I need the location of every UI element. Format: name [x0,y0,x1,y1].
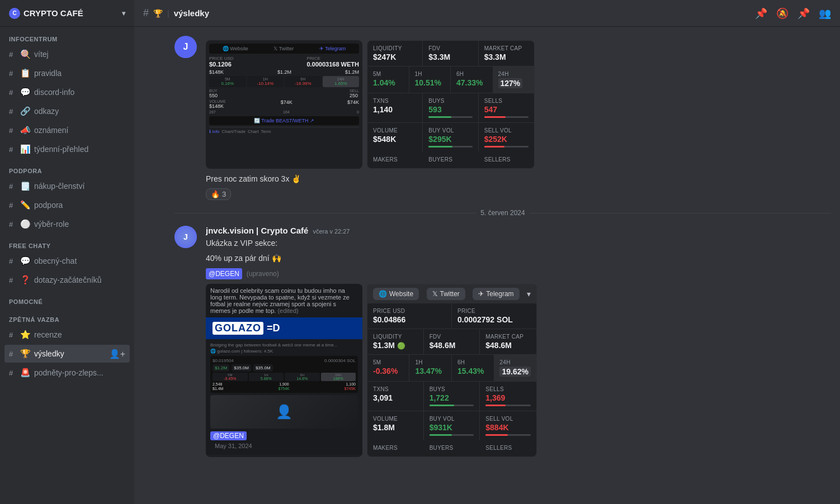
hash-icon: # [9,201,17,210]
twitter-tab[interactable]: 𝕏 Twitter [427,288,465,300]
golazo-sells: SELLS 1,369 [480,382,536,411]
sidebar-item-podpora[interactable]: # ✏️ podpora [4,196,130,214]
sidebar-item-vyber-role[interactable]: # ⚪ výběr-role [4,215,130,233]
message-header-golazo: jnvck.vision | Crypto Café včera v 22:27 [206,226,831,235]
avatar: J [174,36,197,58]
golazo-liquidity-cell: LIQUIDITY $1.3M 🟢 [367,329,424,355]
golazo-stats-card: 🌐 Website 𝕏 Twitter ✈ Telegram [367,284,537,457]
golazo-screenshot-card: Narodil od celebrity scam coinu tu budou… [206,284,362,457]
telegram-tab[interactable]: ✈ Telegram [473,288,519,300]
golazo-sellers-footer: SELLERS [480,443,536,454]
card-row-golazo: Narodil od celebrity scam coinu tu budou… [206,284,831,457]
message-content: J 🌐 Website 𝕏 Twitter ✈ Telegram [134,27,840,504]
sidebar-item-vitej[interactable]: # 🍭 vítej [4,45,130,63]
hash-icon: # [9,126,17,135]
golazo-buy-vol: BUY VOL $931K [424,411,480,440]
buyers-footer: BUYERS [423,154,478,166]
msg-text-40pct: 40% up za pár dní 🙌 [206,253,831,264]
topbar: # 🏆 | výsledky 📌 🔕 📌 👥 [134,0,840,27]
sidebar-item-vysledky[interactable]: # 🏆 výsledky 👤+ [4,345,130,363]
website-tab[interactable]: 🌐 Website [373,288,419,300]
golazo-6h: 6H 15.43% [452,355,494,382]
topbar-channel-name: výsledky [174,8,209,18]
golazo-equals: =D [267,322,280,334]
golazo-5m: 5M -0.36% [367,355,409,382]
sidebar-item-discord-info[interactable]: # 💬 discord-info [4,83,130,101]
sidebar-item-odkazy[interactable]: # 🔗 odkazy [4,102,130,120]
golazo-buyers-footer: BUYERS [424,443,480,454]
sidebar-item-nakup-clenstvi[interactable]: # 🗒️ nákup-členství [4,177,130,195]
stats-tabs: 🌐 Website 𝕏 Twitter ✈ Telegram [367,284,536,303]
msg-time-golazo: včera v 22:27 [313,228,350,235]
topbar-actions: 📌 🔕 📌 👥 [755,7,831,20]
sidebar-item-dotazy-zacateczniku[interactable]: # ❓ dotazy-začátečníků [4,271,130,289]
golazo-fdv-cell: FDV $48.6M [424,329,480,355]
author-golazo: jnvck.vision | Crypto Café [206,226,308,235]
golazo-sub-text: Narodil od celebrity scam coinu tu budou… [210,287,358,314]
price-usd-cell: PRICE USD $0.04866 [367,303,452,329]
msg-text-degen: @DEGEN (upraveno) [206,268,831,279]
golazo-marketcap-cell: MARKET CAP $48.6M [480,329,536,355]
price-sol-cell: PRICE 0.0002792 SOL [452,303,536,329]
golazo-info-mock: Bridging the gap between football & web3… [206,339,362,455]
members-icon[interactable]: 👥 [819,7,831,20]
period-24h: 24H 127% [493,66,535,93]
txns-cell: TXNS 1,140 [367,93,423,123]
period-6h: 6H 47.33% [451,66,493,93]
buy-vol-cell: BUY VOL $295K [423,123,478,152]
sidebar: C CRYPTO CAFÉ ▾ INFOCENTRUM # 🍭 vítej # … [0,0,134,504]
img-caption: May 31, 2024 [210,440,358,451]
server-header[interactable]: C CRYPTO CAFÉ ▾ [0,0,134,27]
hash-icon: # [9,69,17,78]
section-zpetna-vazba: ZPĚTNÁ VAZBA [0,307,134,325]
fire-emoji: 🔥 [211,190,220,198]
sidebar-item-podnety[interactable]: # 🚨 podněty-pro-zleps... [4,364,130,382]
golazo-volume: VOLUME $1.8M [367,411,424,440]
golazo-banner: GOLAZO =D [206,317,362,339]
message-body-golazo: jnvck.vision | Crypto Café včera v 22:27… [206,226,831,457]
pin2-icon[interactable]: 📌 [797,7,810,20]
sidebar-item-pravidla[interactable]: # 📋 pravidla [4,64,130,82]
card-row-beast: 🌐 Website 𝕏 Twitter ✈ Telegram PRICE USD… [206,40,831,169]
sidebar-item-recenze[interactable]: # ⭐ recenze [4,326,130,344]
pin-icon[interactable]: 📌 [755,7,767,20]
message-golazo: J jnvck.vision | Crypto Café včera v 22:… [174,226,831,457]
liquidity-cell: LIQUIDITY $247K [367,41,423,66]
reactions: 🔥 3 [206,188,831,200]
sell-vol-cell: SELL VOL $252K [479,123,534,152]
golazo-sell-vol: SELL VOL $884K [480,411,536,440]
mute-icon[interactable]: 🔕 [776,7,789,20]
msg-text-vip: Ukázka z VIP sekce: [206,237,831,249]
sidebar-item-oznameni[interactable]: # 📣 oznámení [4,121,130,139]
date-divider: 5. červen 2024 [174,209,831,217]
golazo-24h: 24H 19.62% [494,355,536,382]
hash-icon: # [9,50,17,59]
degen-tag-bottom: @DEGEN [210,431,358,440]
hash-icon: # [9,107,17,116]
server-icon: C [9,8,20,19]
channel-hash-icon: # [143,7,149,19]
twitter-icon: 𝕏 [432,290,438,298]
section-pomocne: POMOCNÉ [0,289,134,307]
beast-stats-card: LIQUIDITY $247K FDV $3.3M MARKET CAP $3.… [367,40,535,169]
hash-icon: # [9,88,17,97]
edited-badge: (upraveno) [247,270,279,278]
hash-icon: # [9,257,17,265]
sidebar-item-tydenni-prehled[interactable]: # 📊 týdenní-přehled [4,140,130,158]
golazo-makers-footer: MAKERS [367,443,424,454]
fdv-cell: FDV $3.3M [423,41,478,66]
section-free-chaty: FREE CHATY [0,234,134,251]
globe-icon: 🌐 [379,290,387,298]
sidebar-item-obecny-chat[interactable]: # 💬 obecný-chat [4,252,130,270]
message-body: 🌐 Website 𝕏 Twitter ✈ Telegram PRICE USD… [206,36,831,200]
add-member-icon[interactable]: 👤+ [109,349,125,359]
hash-icon: # [9,369,17,377]
fire-reaction[interactable]: 🔥 3 [206,188,231,200]
expand-icon[interactable]: ▾ [527,289,531,298]
beast-screenshot-card: 🌐 Website 𝕏 Twitter ✈ Telegram PRICE USD… [206,40,362,169]
telegram-icon: ✈ [478,290,484,298]
server-name: CRYPTO CAFÉ [23,8,83,18]
message-pres-noc: J 🌐 Website 𝕏 Twitter ✈ Telegram [174,36,831,200]
hash-icon: # [9,145,17,154]
mention-degen: @DEGEN [206,268,242,279]
